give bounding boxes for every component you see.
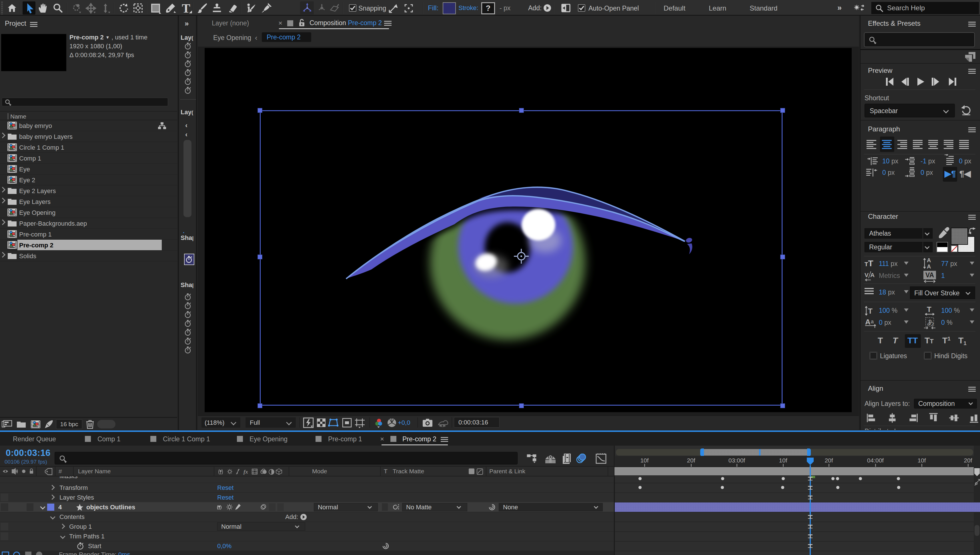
svg-text:a: a xyxy=(871,319,874,324)
svg-text:あ: あ xyxy=(927,318,934,326)
svg-text:T: T xyxy=(927,305,932,314)
svg-text:fx: fx xyxy=(244,469,248,475)
svg-text:A: A xyxy=(927,263,931,269)
svg-text:A: A xyxy=(927,257,931,263)
svg-text:V: V xyxy=(864,272,869,278)
svg-text:A: A xyxy=(865,318,871,326)
svg-text:T: T xyxy=(868,307,872,315)
svg-text:A: A xyxy=(870,272,874,278)
